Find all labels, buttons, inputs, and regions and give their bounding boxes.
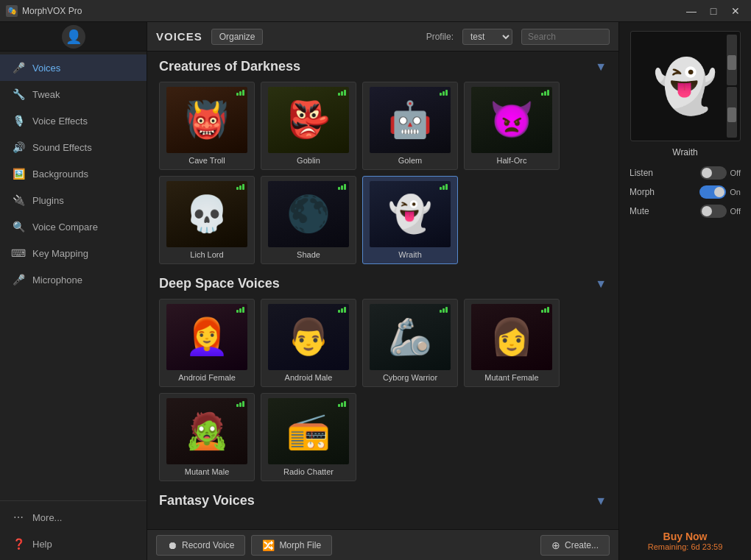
signal-android-male [338,307,346,313]
mute-row: Mute Off [627,205,744,218]
mute-toggle[interactable] [700,205,727,218]
search-input[interactable] [521,29,610,45]
slider-track-1[interactable] [727,35,737,85]
voice-card-radio-chatter[interactable]: 📻 Radio Chatter [261,393,356,481]
microphone-icon: 🎤 [12,273,25,286]
voice-name-half-orc: Half-Orc [497,156,527,165]
logo-icon: 👤 [62,25,85,49]
sidebar-item-backgrounds[interactable]: 🖼️ Backgrounds [0,160,147,187]
preview-name: Wraith [672,147,697,157]
sidebar-item-sound-effects[interactable]: 🔊 Sound Effects [0,134,147,160]
signal-android-female [236,307,244,313]
profile-select[interactable]: test [462,29,512,45]
sidebar-item-key-mapping[interactable]: ⌨ Key Mapping [0,240,147,266]
section-fantasy: Fantasy Voices ▼ [159,493,607,508]
voice-img-lich-lord: 💀 [166,181,247,247]
preview-box: 👻 [630,31,741,141]
voice-card-shade[interactable]: 🌑 Shade [261,176,356,264]
voice-card-android-male[interactable]: 👨 Android Male [261,299,356,387]
plugins-icon: 🔌 [12,194,25,207]
sidebar-item-plugins[interactable]: 🔌 Plugins [0,187,147,213]
voice-name-cyborg-warrior: Cyborg Warrior [383,373,437,382]
voice-card-mutant-male[interactable]: 🧟 Mutant Male [159,393,255,481]
tweak-icon: 🔧 [12,88,25,101]
voice-name-android-female: Android Female [178,373,236,382]
voice-card-goblin[interactable]: 👺 Goblin [261,82,356,170]
section-creatures: Creatures of Darkness ▼ 👹 C [159,59,607,264]
voice-name-shade: Shade [297,250,320,259]
app-body: 👤 🎤 Voices 🔧 Tweak 🎙️ Voice Effects 🔊 So… [0,22,751,560]
mute-knob [702,206,712,216]
sidebar-label-microphone: Microphone [32,274,82,286]
sidebar-item-voice-effects[interactable]: 🎙️ Voice Effects [0,107,147,134]
sidebar-item-voices[interactable]: 🎤 Voices [0,54,147,81]
section-header-deep-space: Deep Space Voices ▼ [159,276,607,291]
remaining-text: Remaining: 6d 23:59 [648,542,723,551]
minimize-button[interactable]: — [682,4,701,18]
titlebar: 🎭 MorphVOX Pro — □ ✕ [0,0,751,22]
right-sliders [727,35,737,138]
voice-name-mutant-male: Mutant Male [185,467,230,476]
maximize-button[interactable]: □ [704,4,723,18]
sidebar-label-help: Help [32,539,52,550]
voice-img-cyborg-warrior: 🦾 [370,304,451,370]
slider-track-2[interactable] [727,87,737,138]
section-arrow-deep-space[interactable]: ▼ [595,277,607,291]
voice-card-cave-troll[interactable]: 👹 Cave Troll [159,82,255,170]
sidebar-item-microphone[interactable]: 🎤 Microphone [0,266,147,293]
organize-button[interactable]: Organize [211,29,264,45]
voice-card-half-orc[interactable]: 👿 Half-Orc [464,82,560,170]
sidebar-item-voice-compare[interactable]: 🔍 Voice Compare [0,213,147,240]
sidebar-label-voices: Voices [32,63,60,74]
voice-card-mutant-female[interactable]: 👩 Mutant Female [464,299,560,387]
sidebar-label-backgrounds: Backgrounds [32,169,88,180]
morph-icon: 🔀 [262,539,275,551]
buy-now-button[interactable]: Buy Now [648,531,723,542]
morph-file-button[interactable]: 🔀 Morph File [251,535,332,556]
sidebar-nav: 🎤 Voices 🔧 Tweak 🎙️ Voice Effects 🔊 Soun… [0,52,147,500]
voice-card-wraith[interactable]: 👻 Wraith [362,176,458,264]
listen-toggle[interactable] [700,166,727,180]
voices-area[interactable]: Creatures of Darkness ▼ 👹 C [147,52,618,529]
voice-name-golem: Golem [398,156,422,165]
listen-label: Listen [630,168,653,178]
voice-name-mutant-female: Mutant Female [484,373,538,382]
voice-name-lich-lord: Lich Lord [190,250,223,259]
sidebar-item-tweak[interactable]: 🔧 Tweak [0,81,147,107]
voice-card-lich-lord[interactable]: 💀 Lich Lord [159,176,255,264]
more-icon: ⋯ [12,511,25,524]
creatures-grid: 👹 Cave Troll 👺 [159,82,607,264]
titlebar-left: 🎭 MorphVOX Pro [6,5,82,17]
section-header-creatures: Creatures of Darkness ▼ [159,59,607,74]
voice-compare-icon: 🔍 [12,220,25,233]
signal-wraith [440,184,448,190]
create-icon: ⊕ [551,539,560,551]
close-button[interactable]: ✕ [726,4,745,18]
bottom-bar: ⏺ Record Voice 🔀 Morph File ⊕ Create... [147,529,618,560]
sidebar-item-help[interactable]: ❓ Help [0,531,147,557]
voice-card-android-female[interactable]: 👩‍🦰 Android Female [159,299,255,387]
morph-label: Morph File [279,540,321,550]
create-button[interactable]: ⊕ Create... [540,535,610,556]
signal-golem [440,90,448,96]
section-arrow-fantasy[interactable]: ▼ [595,495,607,508]
voice-card-golem[interactable]: 🤖 Golem [362,82,458,170]
section-deep-space: Deep Space Voices ▼ 👩‍🦰 An [159,276,607,481]
signal-cave-troll [236,90,244,96]
section-arrow-creatures[interactable]: ▼ [595,60,607,74]
create-label: Create... [565,540,599,550]
right-panel: 👻 Wraith Listen Off Morph [618,22,751,560]
sidebar-label-sound-effects: Sound Effects [32,142,92,153]
voice-img-cave-troll: 👹 [166,87,247,153]
record-voice-button[interactable]: ⏺ Record Voice [156,535,245,556]
deep-space-grid: 👩‍🦰 Android Female 👨 [159,299,607,481]
sidebar-item-more[interactable]: ⋯ More... [0,504,147,531]
voice-card-cyborg-warrior[interactable]: 🦾 Cyborg Warrior [362,299,458,387]
sidebar-label-plugins: Plugins [32,195,64,206]
section-title-deep-space: Deep Space Voices [159,276,280,291]
morph-toggle[interactable] [699,185,726,199]
sidebar-bottom: ⋯ More... ❓ Help [0,500,147,560]
record-icon: ⏺ [167,539,177,551]
listen-knob [702,168,712,178]
app-icon: 🎭 [6,5,18,17]
